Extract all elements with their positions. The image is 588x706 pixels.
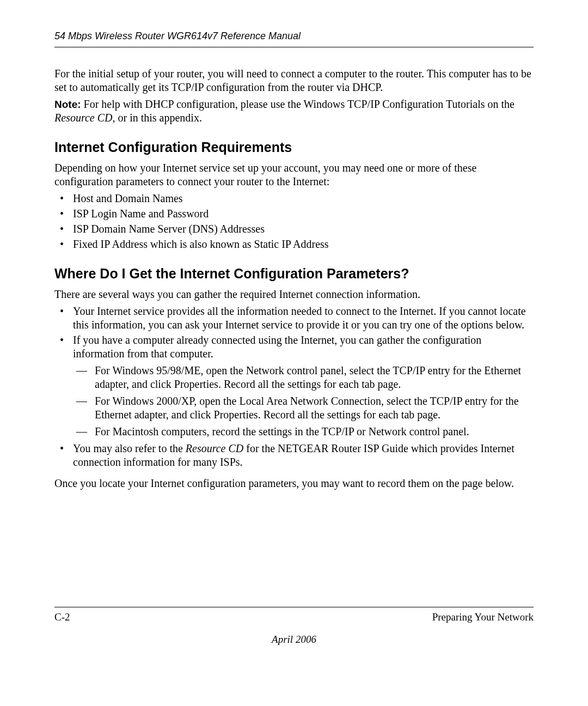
- list-item: Your Internet service provides all the i…: [54, 305, 534, 332]
- list-item-text-before: You may also refer to the: [73, 442, 186, 454]
- where-list: Your Internet service provides all the i…: [54, 305, 534, 469]
- page-body: For the initial setup of your router, yo…: [54, 67, 534, 491]
- list-item: If you have a computer already connected…: [54, 333, 534, 439]
- page-footer: C-2 Preparing Your Network April 2006: [54, 607, 534, 647]
- section-heading-where: Where Do I Get the Internet Configuratio…: [54, 265, 534, 282]
- intro-paragraph: For the initial setup of your router, yo…: [54, 67, 534, 94]
- page-number: C-2: [54, 611, 70, 624]
- list-item: ISP Domain Name Server (DNS) Addresses: [54, 222, 534, 236]
- sub-list-item: For Macintosh computers, record the sett…: [73, 425, 534, 439]
- list-item: Host and Domain Names: [54, 192, 534, 205]
- sub-list: For Windows 95/98/ME, open the Network c…: [73, 364, 534, 439]
- header-rule: [54, 47, 534, 47]
- note-label: Note:: [54, 99, 81, 110]
- footer-section-name: Preparing Your Network: [432, 611, 534, 624]
- note-resource-cd: Resource CD: [54, 112, 112, 124]
- section1-paragraph: Depending on how your Internet service s…: [54, 161, 534, 188]
- footer-rule: [54, 607, 534, 607]
- footer-date: April 2006: [54, 633, 534, 646]
- requirements-list: Host and Domain Names ISP Login Name and…: [54, 192, 534, 251]
- note-text-after: , or in this appendix.: [112, 112, 201, 124]
- closing-paragraph: Once you locate your Internet configurat…: [54, 477, 534, 490]
- list-item-text: If you have a computer already connected…: [73, 334, 481, 360]
- list-item: You may also refer to the Resource CD fo…: [54, 442, 534, 469]
- section2-paragraph: There are several ways you can gather th…: [54, 288, 534, 301]
- sub-list-item: For Windows 95/98/ME, open the Network c…: [73, 364, 534, 391]
- sub-list-item: For Windows 2000/XP, open the Local Area…: [73, 394, 534, 422]
- note-text-before: For help with DHCP configuration, please…: [81, 98, 514, 110]
- resource-cd-ref: Resource CD: [186, 442, 243, 454]
- section-heading-requirements: Internet Configuration Requirements: [54, 139, 534, 156]
- running-header: 54 Mbps Wireless Router WGR614v7 Referen…: [54, 30, 534, 42]
- document-page: 54 Mbps Wireless Router WGR614v7 Referen…: [0, 0, 588, 706]
- note-paragraph: Note: For help with DHCP configuration, …: [54, 98, 534, 125]
- list-item: Fixed IP Address which is also known as …: [54, 238, 534, 251]
- list-item: ISP Login Name and Password: [54, 207, 534, 221]
